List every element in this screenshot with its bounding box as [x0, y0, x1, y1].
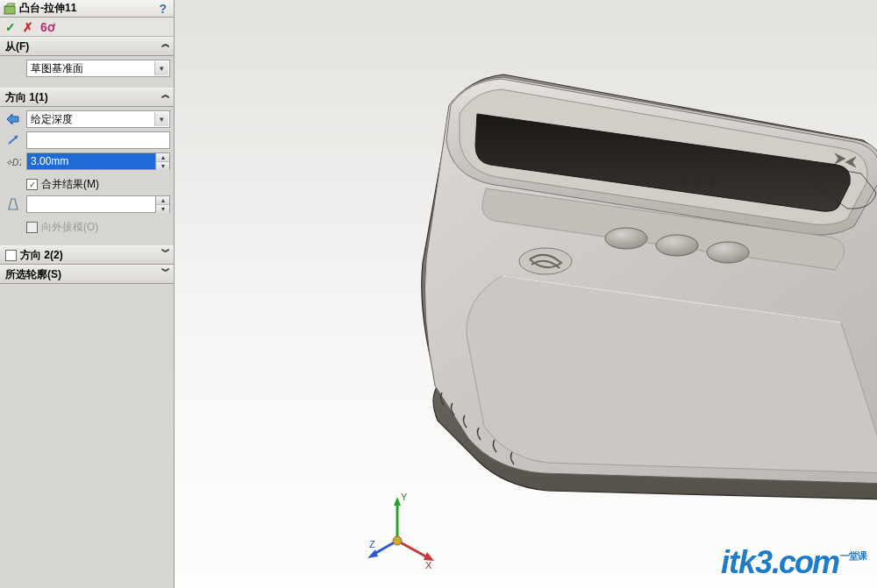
depth-input[interactable]: 3.00mm	[26, 152, 156, 170]
end-condition-select[interactable]: 给定深度 ▾	[26, 110, 170, 128]
direction-reference-icon[interactable]	[4, 131, 23, 149]
watermark-brand: itk3	[721, 544, 772, 581]
depth-icon: ✧D1	[4, 152, 23, 170]
svg-point-7	[656, 235, 698, 256]
draft-angle-input[interactable]	[26, 195, 156, 213]
svg-point-23	[393, 536, 402, 545]
watermark-tagline: 一堂课	[840, 551, 866, 561]
dropdown-arrow-icon: ▾	[154, 61, 168, 75]
section-dir1-header[interactable]: 方向 1(1) ︽	[0, 88, 174, 107]
svg-marker-5	[9, 199, 18, 209]
merge-result-checkbox[interactable]: ✓	[26, 179, 38, 190]
cancel-button[interactable]: ✗	[23, 20, 33, 34]
extrude-boss-icon	[4, 3, 16, 15]
collapse-icon: ︽	[161, 40, 170, 46]
section-contours-label: 所选轮廓(S)	[5, 267, 61, 282]
help-button[interactable]: ?	[155, 2, 170, 16]
section-dir1-body: 给定深度 ▾ ✧D1 3.00mm ▴ ▾	[0, 107, 174, 245]
svg-point-6	[605, 228, 647, 249]
axis-z-label: Z	[369, 539, 375, 549]
section-from-label: 从(F)	[5, 39, 29, 54]
merge-result-label: 合并结果(M)	[41, 177, 99, 192]
collapse-icon: ︽	[161, 91, 170, 97]
ok-button[interactable]: ✓	[5, 20, 16, 34]
depth-spin-up[interactable]: ▴	[156, 153, 169, 162]
depth-spin-down[interactable]: ▾	[156, 162, 169, 170]
feature-title: 凸台-拉伸11	[19, 1, 76, 16]
from-start-select[interactable]: 草图基准面 ▾	[26, 60, 170, 77]
watermark-tld: .com	[772, 544, 838, 581]
svg-rect-0	[4, 6, 15, 14]
expand-icon: ︾	[161, 268, 170, 274]
axis-x-label: X	[425, 560, 432, 569]
detailed-preview-button[interactable]: 6ơ	[40, 20, 55, 34]
section-dir2-header[interactable]: 方向 2(2) ︾ ◦⎯	[0, 245, 174, 265]
from-start-value: 草图基准面	[31, 61, 83, 76]
svg-line-19	[397, 541, 429, 558]
section-dir1-label: 方向 1(1)	[5, 90, 48, 105]
model-geometry	[398, 53, 877, 517]
svg-marker-18	[394, 497, 401, 506]
property-manager-panel: 凸台-拉伸11 ? ✓ ✗ 6ơ 从(F) ︽ 草图基准面 ▾ 方向 1(1) …	[0, 0, 175, 588]
draft-outward-checkbox	[26, 222, 38, 233]
reverse-direction-button[interactable]	[4, 110, 23, 128]
expand-icon: ︾	[161, 249, 170, 255]
draft-angle-button[interactable]	[4, 195, 23, 213]
section-dir2-label: 方向 2(2)	[20, 248, 63, 263]
svg-text:✧D1: ✧D1	[5, 158, 21, 167]
depth-value: 3.00mm	[31, 155, 68, 167]
orientation-triad[interactable]: Y X Z	[367, 490, 438, 569]
draft-spin-up[interactable]: ▴	[156, 196, 169, 205]
axis-y-label: Y	[401, 492, 408, 502]
end-condition-value: 给定深度	[31, 112, 73, 127]
feature-titlebar: 凸台-拉伸11 ?	[0, 0, 174, 18]
direction-reference-input[interactable]	[26, 131, 170, 149]
dropdown-arrow-icon: ▾	[154, 112, 168, 126]
dir2-enable-checkbox[interactable]	[5, 250, 17, 261]
draft-outward-label: 向外拔模(O)	[41, 220, 98, 235]
section-contours-header[interactable]: 所选轮廓(S) ︾	[0, 265, 174, 284]
svg-marker-1	[6, 4, 15, 6]
svg-point-8	[707, 242, 749, 263]
section-from-body: 草图基准面 ▾	[0, 56, 174, 88]
confirm-toolbar: ✓ ✗ 6ơ	[0, 18, 174, 37]
graphics-viewport[interactable]: 10 22 15 R8 R2 Y X Z itk3.com	[175, 0, 877, 588]
section-from-header[interactable]: 从(F) ︽	[0, 37, 174, 56]
draft-spin-down[interactable]: ▾	[156, 205, 169, 213]
svg-marker-22	[367, 549, 378, 558]
watermark-logo: itk3.com 一堂课	[721, 544, 866, 581]
